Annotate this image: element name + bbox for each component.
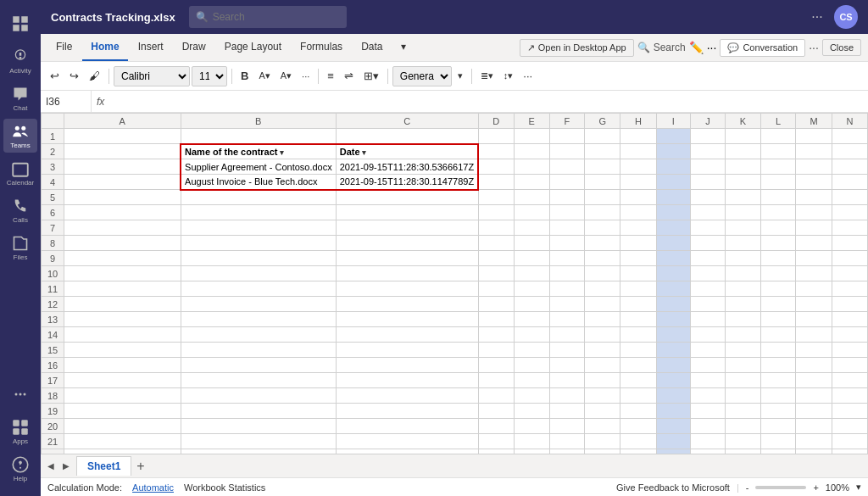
cell-i9[interactable]	[656, 251, 690, 266]
cell-i12[interactable]	[656, 297, 690, 312]
row-header-6[interactable]: 6	[42, 205, 64, 220]
cell-d13[interactable]	[478, 312, 514, 327]
cell-c6[interactable]	[336, 205, 478, 220]
cell-f21[interactable]	[549, 434, 585, 449]
cell-h3[interactable]	[620, 159, 656, 175]
cell-k17[interactable]	[726, 373, 761, 388]
conditional-format-button[interactable]: ≣▾	[476, 68, 498, 84]
cell-n17[interactable]	[832, 373, 867, 388]
cell-k7[interactable]	[726, 220, 761, 236]
wrap-button[interactable]: ⇌	[340, 67, 358, 85]
cell-f16[interactable]	[549, 358, 585, 373]
cell-a15[interactable]	[64, 343, 181, 358]
cell-l5[interactable]	[760, 190, 795, 205]
row-header-12[interactable]: 12	[42, 297, 64, 312]
sidebar-item-files[interactable]: Files	[3, 231, 37, 265]
row-header-9[interactable]: 9	[42, 251, 64, 266]
cell-a17[interactable]	[64, 373, 181, 388]
cell-j4[interactable]	[690, 175, 725, 190]
ribbon-edit-icon[interactable]: ✏️	[689, 41, 704, 54]
row-header-2[interactable]: 2	[42, 144, 64, 159]
cell-b19[interactable]	[181, 404, 336, 419]
cell-c7[interactable]	[336, 220, 478, 236]
cell-g20[interactable]	[585, 419, 620, 434]
cell-d19[interactable]	[478, 404, 514, 419]
cell-n12[interactable]	[832, 297, 867, 312]
cell-c17[interactable]	[336, 373, 478, 388]
cell-m1[interactable]	[796, 129, 832, 144]
font-size-select[interactable]: 11	[192, 66, 227, 86]
cell-j7[interactable]	[690, 220, 725, 236]
cell-l17[interactable]	[760, 373, 795, 388]
cell-i5[interactable]	[656, 190, 690, 205]
cell-f15[interactable]	[549, 343, 585, 358]
cell-k14[interactable]	[726, 327, 761, 343]
cell-i1[interactable]	[656, 129, 690, 144]
cell-k12[interactable]	[726, 297, 761, 312]
cell-j8[interactable]	[690, 236, 725, 251]
row-header-11[interactable]: 11	[42, 281, 64, 297]
cell-c15[interactable]	[336, 343, 478, 358]
sheet-grid[interactable]: A B C D E F G H I J K L M N	[41, 113, 868, 454]
cell-e10[interactable]	[514, 266, 549, 281]
cell-k1[interactable]	[726, 129, 761, 144]
cell-m18[interactable]	[796, 388, 832, 404]
cell-a4[interactable]	[64, 175, 181, 190]
cell-h15[interactable]	[620, 343, 656, 358]
cell-e3[interactable]	[514, 159, 549, 175]
row-header-14[interactable]: 14	[42, 327, 64, 343]
cell-m10[interactable]	[796, 266, 832, 281]
row-header-1[interactable]: 1	[42, 129, 64, 144]
cell-f18[interactable]	[549, 388, 585, 404]
cell-c10[interactable]	[336, 266, 478, 281]
row-header-18[interactable]: 18	[42, 388, 64, 404]
cell-m14[interactable]	[796, 327, 832, 343]
cell-j13[interactable]	[690, 312, 725, 327]
cell-k5[interactable]	[726, 190, 761, 205]
cell-d18[interactable]	[478, 388, 514, 404]
cell-a19[interactable]	[64, 404, 181, 419]
cell-e13[interactable]	[514, 312, 549, 327]
cell-i19[interactable]	[656, 404, 690, 419]
cell-b20[interactable]	[181, 419, 336, 434]
col-header-e[interactable]: E	[514, 114, 549, 129]
cell-j18[interactable]	[690, 388, 725, 404]
cell-c11[interactable]	[336, 281, 478, 297]
row-header-22[interactable]: 22	[42, 449, 64, 454]
cell-h11[interactable]	[620, 281, 656, 297]
ribbon-more-actions-icon[interactable]: ···	[707, 41, 717, 54]
cell-j10[interactable]	[690, 266, 725, 281]
cell-m2[interactable]	[796, 144, 832, 159]
cell-b21[interactable]	[181, 434, 336, 449]
cell-d14[interactable]	[478, 327, 514, 343]
cell-f7[interactable]	[549, 220, 585, 236]
cell-c13[interactable]	[336, 312, 478, 327]
cell-j20[interactable]	[690, 419, 725, 434]
cell-c21[interactable]	[336, 434, 478, 449]
cell-f1[interactable]	[549, 129, 585, 144]
cell-i4[interactable]	[656, 175, 690, 190]
more-format-button[interactable]: ···	[298, 69, 314, 84]
ribbon-tab-insert[interactable]: Insert	[130, 34, 172, 61]
sheet-nav-next[interactable]: ▶	[59, 460, 73, 472]
cell-h10[interactable]	[620, 266, 656, 281]
sidebar-item-apps[interactable]: Apps	[3, 415, 37, 449]
cell-e22[interactable]	[514, 449, 549, 454]
cell-k22[interactable]	[726, 449, 761, 454]
cell-c14[interactable]	[336, 327, 478, 343]
cell-c4[interactable]: 2021-09-15T11:28:30.1147789Z	[336, 175, 478, 190]
cell-d7[interactable]	[478, 220, 514, 236]
cell-e1[interactable]	[514, 129, 549, 144]
fill-color-button[interactable]: A▾	[254, 68, 274, 84]
cell-j5[interactable]	[690, 190, 725, 205]
cell-g5[interactable]	[585, 190, 620, 205]
ribbon-tab-draw[interactable]: Draw	[174, 34, 214, 61]
cell-k3[interactable]	[726, 159, 761, 175]
cell-f5[interactable]	[549, 190, 585, 205]
cell-j3[interactable]	[690, 159, 725, 175]
cell-l6[interactable]	[760, 205, 795, 220]
cell-a21[interactable]	[64, 434, 181, 449]
cell-c22[interactable]	[336, 449, 478, 454]
cell-d8[interactable]	[478, 236, 514, 251]
cell-a2[interactable]	[64, 144, 181, 159]
